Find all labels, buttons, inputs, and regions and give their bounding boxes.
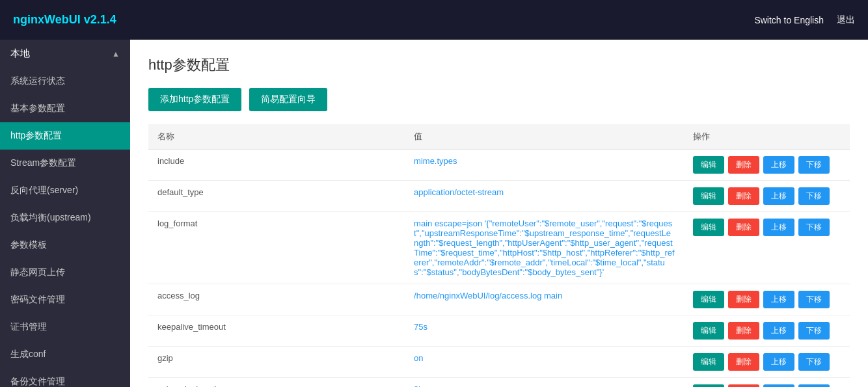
col-header-name: 名称 <box>148 124 405 150</box>
sidebar-item-http-config[interactable]: http参数配置 <box>0 122 130 150</box>
ops-group: 编辑删除上移下移 <box>693 291 841 308</box>
sidebar-item-gen-conf[interactable]: 生成conf <box>0 341 130 368</box>
sidebar-item-password-mgmt[interactable]: 密码文件管理 <box>0 286 130 314</box>
edit-button[interactable]: 编辑 <box>693 156 724 174</box>
edit-button[interactable]: 编辑 <box>693 384 724 387</box>
ops-group: 编辑删除上移下移 <box>693 322 841 340</box>
param-ops: 编辑删除上移下移 <box>684 150 850 181</box>
table-row: keepalive_timeout75s编辑删除上移下移 <box>148 315 850 347</box>
move-down-button[interactable]: 下移 <box>798 156 830 174</box>
header-actions: Switch to English 退出 <box>754 14 855 26</box>
delete-button[interactable]: 删除 <box>728 156 759 174</box>
move-down-button[interactable]: 下移 <box>798 322 830 340</box>
delete-button[interactable]: 删除 <box>728 187 759 205</box>
param-name: default_type <box>148 181 405 212</box>
page-title: http参数配置 <box>148 55 850 75</box>
sidebar: 本地 ▲ 系统运行状态 基本参数配置 http参数配置 Stream参数配置 反… <box>0 40 130 387</box>
sidebar-item-cert-mgmt[interactable]: 证书管理 <box>0 314 130 341</box>
table-row: access_log/home/nginxWebUI/log/access.lo… <box>148 284 850 315</box>
edit-button[interactable]: 编辑 <box>693 219 724 236</box>
move-down-button[interactable]: 下移 <box>798 353 830 371</box>
ops-group: 编辑删除上移下移 <box>693 156 841 174</box>
app-title: nginxWebUI v2.1.4 <box>13 13 754 27</box>
ops-group: 编辑删除上移下移 <box>693 219 841 236</box>
move-up-button[interactable]: 上移 <box>763 291 794 308</box>
delete-button[interactable]: 删除 <box>728 353 759 371</box>
param-name: access_log <box>148 284 405 315</box>
table-row: gzipon编辑删除上移下移 <box>148 347 850 378</box>
param-ops: 编辑删除上移下移 <box>684 378 850 388</box>
param-value: on <box>405 347 684 378</box>
sidebar-item-param-template[interactable]: 参数模板 <box>0 232 130 259</box>
table-row: gzip_min_length8k编辑删除上移下移 <box>148 378 850 388</box>
sidebar-item-reverse-proxy[interactable]: 反向代理(server) <box>0 177 130 204</box>
sidebar-item-stream-config[interactable]: Stream参数配置 <box>0 150 130 177</box>
toolbar: 添加http参数配置 简易配置向导 <box>148 88 850 111</box>
delete-button[interactable]: 删除 <box>728 219 759 236</box>
param-name: include <box>148 150 405 181</box>
sidebar-section-local[interactable]: 本地 ▲ <box>0 40 130 68</box>
param-value: main escape=json '{"remoteUser":"$remote… <box>405 212 684 284</box>
param-ops: 编辑删除上移下移 <box>684 347 850 378</box>
edit-button[interactable]: 编辑 <box>693 322 724 340</box>
param-name: keepalive_timeout <box>148 315 405 347</box>
ops-group: 编辑删除上移下移 <box>693 384 841 387</box>
table-row: log_formatmain escape=json '{"remoteUser… <box>148 212 850 284</box>
param-value: /home/nginxWebUI/log/access.log main <box>405 284 684 315</box>
sidebar-item-static-upload[interactable]: 静态网页上传 <box>0 259 130 286</box>
sidebar-section-label: 本地 <box>10 47 30 60</box>
param-value: 75s <box>405 315 684 347</box>
sidebar-item-system-status[interactable]: 系统运行状态 <box>0 68 130 95</box>
switch-language-button[interactable]: Switch to English <box>754 15 824 25</box>
param-ops: 编辑删除上移下移 <box>684 315 850 347</box>
move-down-button[interactable]: 下移 <box>798 384 830 387</box>
ops-group: 编辑删除上移下移 <box>693 353 841 371</box>
sidebar-item-backup-mgmt[interactable]: 备份文件管理 <box>0 368 130 387</box>
delete-button[interactable]: 删除 <box>728 291 759 308</box>
logout-button[interactable]: 退出 <box>837 14 855 26</box>
move-up-button[interactable]: 上移 <box>763 353 794 371</box>
param-value: application/octet-stream <box>405 181 684 212</box>
param-ops: 编辑删除上移下移 <box>684 212 850 284</box>
param-ops: 编辑删除上移下移 <box>684 284 850 315</box>
delete-button[interactable]: 删除 <box>728 384 759 387</box>
move-down-button[interactable]: 下移 <box>798 291 830 308</box>
edit-button[interactable]: 编辑 <box>693 353 724 371</box>
col-header-value: 值 <box>405 124 684 150</box>
http-params-table: 名称 值 操作 includemime.types编辑删除上移下移default… <box>148 124 850 387</box>
move-down-button[interactable]: 下移 <box>798 187 830 205</box>
table-row: default_typeapplication/octet-stream编辑删除… <box>148 181 850 212</box>
wizard-button[interactable]: 简易配置向导 <box>249 88 327 111</box>
chevron-up-icon: ▲ <box>112 49 120 59</box>
table-header-row: 名称 值 操作 <box>148 124 850 150</box>
add-http-param-button[interactable]: 添加http参数配置 <box>148 88 241 111</box>
ops-group: 编辑删除上移下移 <box>693 187 841 205</box>
sidebar-item-basic-config[interactable]: 基本参数配置 <box>0 95 130 122</box>
param-name: gzip <box>148 347 405 378</box>
param-value-link[interactable]: /home/nginxWebUI/log/access.log main <box>414 291 562 300</box>
edit-button[interactable]: 编辑 <box>693 291 724 308</box>
move-up-button[interactable]: 上移 <box>763 384 794 387</box>
table-row: includemime.types编辑删除上移下移 <box>148 150 850 181</box>
param-ops: 编辑删除上移下移 <box>684 181 850 212</box>
header: nginxWebUI v2.1.4 Switch to English 退出 <box>0 0 868 40</box>
param-name: gzip_min_length <box>148 378 405 388</box>
move-down-button[interactable]: 下移 <box>798 219 830 236</box>
move-up-button[interactable]: 上移 <box>763 156 794 174</box>
param-value: 8k <box>405 378 684 388</box>
edit-button[interactable]: 编辑 <box>693 187 724 205</box>
move-up-button[interactable]: 上移 <box>763 322 794 340</box>
layout: 本地 ▲ 系统运行状态 基本参数配置 http参数配置 Stream参数配置 反… <box>0 40 868 387</box>
sidebar-item-load-balance[interactable]: 负载均衡(upstream) <box>0 204 130 232</box>
param-name: log_format <box>148 212 405 284</box>
col-header-ops: 操作 <box>684 124 850 150</box>
move-up-button[interactable]: 上移 <box>763 219 794 236</box>
param-value: mime.types <box>405 150 684 181</box>
move-up-button[interactable]: 上移 <box>763 187 794 205</box>
delete-button[interactable]: 删除 <box>728 322 759 340</box>
main-content: http参数配置 添加http参数配置 简易配置向导 名称 值 操作 inclu… <box>130 40 868 387</box>
